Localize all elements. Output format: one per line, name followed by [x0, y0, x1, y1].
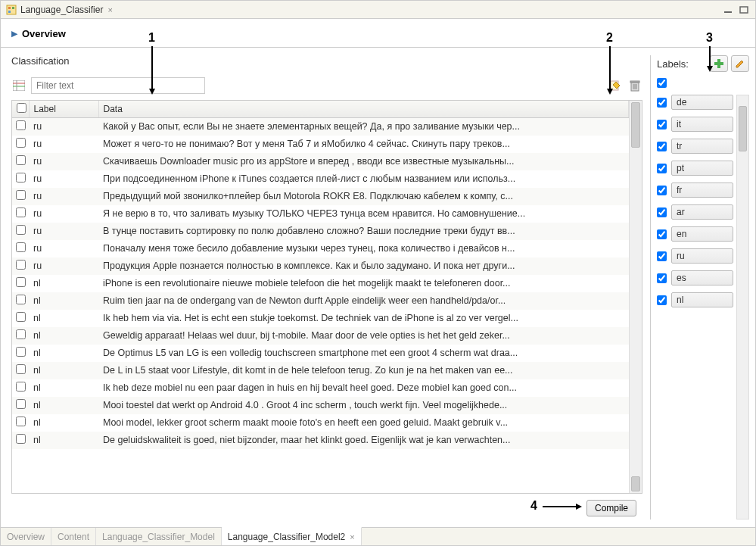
label-checkbox[interactable] [657, 164, 667, 173]
data-table: Label Data ruКакой у Вас опыт, если Вы н… [12, 101, 629, 449]
scrollbar-thumb[interactable] [631, 102, 640, 148]
row-checkbox[interactable] [16, 190, 26, 200]
bottom-tab[interactable]: Language_Classifier_Model2× [222, 527, 362, 545]
label-box[interactable]: de [671, 95, 733, 110]
table-row[interactable]: ruВ тунце поставить сортировку по полю д… [12, 223, 629, 240]
label-box[interactable]: en [671, 226, 733, 242]
row-checkbox-cell [12, 345, 29, 362]
select-all-checkbox[interactable] [17, 103, 26, 113]
label-box[interactable]: fr [671, 183, 733, 198]
row-data: Скачиваешь Downloader music pro из appSt… [98, 153, 629, 170]
document-icon [5, 4, 17, 16]
tab-close-icon[interactable]: × [107, 5, 112, 14]
table-icon[interactable] [11, 79, 26, 92]
table-row[interactable]: nlDe L in L5 staat voor Lifestyle, dit k… [12, 362, 629, 379]
header-label[interactable]: Label [29, 101, 98, 118]
bottom-tab[interactable]: Overview [1, 528, 51, 545]
table-row[interactable]: ruЯ не верю в то, что заливать музыку ТО… [12, 205, 629, 223]
row-label: ru [29, 257, 98, 275]
table-row[interactable]: nlIk heb deze mobiel nu een paar dagen i… [12, 379, 629, 397]
label-box[interactable]: ar [671, 204, 733, 220]
table-row[interactable]: nlGeweldig apparaat! Helaas wel duur, bi… [12, 327, 629, 345]
edit-label-button[interactable] [731, 55, 749, 72]
label-checkbox[interactable] [657, 120, 667, 129]
minimize-button[interactable] [721, 5, 735, 15]
row-label: ru [29, 205, 98, 223]
row-checkbox[interactable] [16, 120, 26, 130]
label-checkbox[interactable] [657, 207, 667, 217]
compile-button[interactable]: Compile [586, 500, 636, 516]
row-checkbox[interactable] [16, 417, 26, 426]
row-checkbox[interactable] [16, 382, 26, 392]
maximize-button[interactable] [737, 5, 751, 15]
header-data[interactable]: Data [98, 101, 629, 118]
table-row[interactable]: nlDe geluidskwaliteit is goed, niet bijz… [12, 432, 629, 449]
table-row[interactable]: ruМожет я чего-то не понимаю? Вот у меня… [12, 136, 629, 153]
table-scrollbar[interactable] [629, 101, 642, 493]
table-row[interactable]: nlMooi toestel dat werkt op Android 4.0 … [12, 397, 629, 414]
labels-scrollbar[interactable] [736, 95, 749, 519]
table-row[interactable]: ruКакой у Вас опыт, если Вы не знаете эл… [12, 118, 629, 136]
row-data: Может я чего-то не понимаю? Вот у меня Т… [98, 136, 629, 153]
label-box[interactable]: tr [671, 139, 733, 154]
row-data: Ik heb hem via via. Het is echt een stuk… [98, 310, 629, 327]
row-checkbox-cell [12, 432, 29, 449]
label-checkbox[interactable] [657, 273, 667, 283]
row-checkbox-cell [12, 397, 29, 414]
label-checkbox[interactable] [657, 251, 667, 261]
label-box[interactable]: it [671, 117, 733, 132]
row-data: При подсоединенном iPhone к iTunes созда… [98, 170, 629, 188]
table-row[interactable]: nlMooi model, lekker groot scherm maakt … [12, 414, 629, 432]
row-checkbox[interactable] [16, 295, 26, 304]
table-row[interactable]: ruСкачиваешь Downloader music pro из app… [12, 153, 629, 170]
scrollbar-thumb-bottom[interactable] [631, 476, 640, 491]
row-checkbox[interactable] [16, 347, 26, 357]
row-checkbox-cell [12, 275, 29, 292]
row-checkbox[interactable] [16, 399, 26, 409]
master-checkbox[interactable] [657, 78, 667, 88]
labels-scrollbar-thumb[interactable] [739, 106, 747, 151]
label-checkbox[interactable] [657, 295, 667, 305]
table-row[interactable]: ruПоначалу меня тоже бесило добавление м… [12, 240, 629, 257]
table-row[interactable]: nlIk heb hem via via. Het is echt een st… [12, 310, 629, 327]
row-checkbox-cell [12, 414, 29, 432]
label-checkbox[interactable] [657, 229, 667, 239]
row-checkbox[interactable] [16, 155, 26, 165]
table-row[interactable]: nlRuim tien jaar na de ondergang van de … [12, 292, 629, 310]
label-box[interactable]: es [671, 270, 733, 285]
row-checkbox[interactable] [16, 434, 26, 444]
svg-rect-3 [8, 11, 11, 13]
row-checkbox[interactable] [16, 277, 26, 287]
delete-icon[interactable] [627, 78, 642, 93]
bottom-tab[interactable]: Language_Classifier_Model [96, 528, 222, 545]
table-row[interactable]: nlDe Optimus L5 van LG is een volledig t… [12, 345, 629, 362]
row-checkbox[interactable] [16, 312, 26, 322]
label-box[interactable]: ru [671, 248, 733, 264]
row-checkbox[interactable] [16, 138, 26, 148]
row-checkbox[interactable] [16, 329, 26, 339]
row-label: ru [29, 136, 98, 153]
table-row[interactable]: ruПродукция Apple познается полностью в … [12, 257, 629, 275]
row-checkbox[interactable] [16, 242, 26, 252]
label-checkbox[interactable] [657, 186, 667, 195]
overview-header[interactable]: ▶ Overview [1, 19, 755, 48]
table-row[interactable]: ruПредыдущий мой звонилко+плейер был Mot… [12, 188, 629, 205]
row-checkbox[interactable] [16, 225, 26, 235]
bottom-tab[interactable]: Content [51, 528, 96, 545]
label-item: it [657, 117, 733, 132]
label-box[interactable]: nl [671, 292, 733, 307]
table-row[interactable]: ruПри подсоединенном iPhone к iTunes соз… [12, 170, 629, 188]
row-checkbox[interactable] [16, 173, 26, 183]
row-checkbox[interactable] [16, 364, 26, 374]
row-label: nl [29, 292, 98, 310]
row-checkbox[interactable] [16, 260, 26, 270]
label-box[interactable]: pt [671, 161, 733, 176]
header-checkbox-col[interactable] [12, 101, 29, 118]
row-checkbox[interactable] [16, 207, 26, 217]
table-row[interactable]: nliPhone is een revolutionaire nieuwe mo… [12, 275, 629, 292]
label-checkbox[interactable] [657, 98, 667, 108]
filter-input[interactable] [31, 77, 205, 94]
tab-close-icon[interactable]: × [350, 532, 354, 541]
row-data: De Optimus L5 van LG is een volledig tou… [98, 345, 629, 362]
label-checkbox[interactable] [657, 142, 667, 151]
